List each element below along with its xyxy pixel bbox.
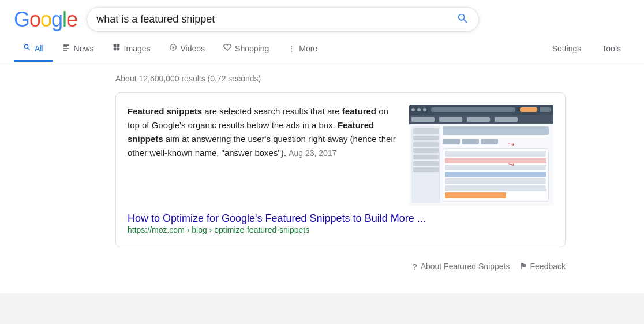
search-input[interactable]: what is a featured snippet xyxy=(96,13,445,25)
results-count: About 12,600,000 results (0.72 seconds) xyxy=(115,62,644,92)
about-featured-snippets[interactable]: ? About Featured Snippets xyxy=(412,262,510,271)
svg-rect-5 xyxy=(117,44,119,47)
featured-snippet-card: Featured snippets are selected search re… xyxy=(115,92,566,247)
feedback-label: Feedback xyxy=(530,262,566,271)
fake-nav xyxy=(409,115,553,124)
bold-featured: featured xyxy=(342,106,376,116)
fake-content: → → xyxy=(409,124,553,206)
feedback-button[interactable]: ⚑ Feedback xyxy=(519,261,566,271)
logo-o1: o xyxy=(29,8,40,32)
shopping-icon xyxy=(223,43,231,53)
tab-news[interactable]: News xyxy=(53,36,103,62)
svg-marker-9 xyxy=(172,46,174,49)
fake-screenshot: → → xyxy=(409,105,553,206)
header: Google what is a featured snippet xyxy=(0,0,644,62)
svg-rect-6 xyxy=(113,48,116,51)
tab-settings-label: Settings xyxy=(552,44,582,53)
snippet-footer: ? About Featured Snippets ⚑ Feedback xyxy=(115,256,566,274)
tab-more-label: More xyxy=(299,44,317,53)
snippet-text-1: are selected search results that are xyxy=(202,106,342,116)
logo-g: G xyxy=(14,8,29,32)
nav-tabs: All News Images Videos Shopping xyxy=(14,36,630,62)
more-icon: ⋮ xyxy=(287,44,295,53)
snippet-url: https://moz.com › blog › optimize-featur… xyxy=(128,225,309,234)
images-icon xyxy=(113,43,121,53)
logo-o2: o xyxy=(40,8,51,32)
search-bar: what is a featured snippet xyxy=(87,7,479,32)
feedback-icon: ⚑ xyxy=(519,261,527,271)
tab-all[interactable]: All xyxy=(14,36,53,62)
tab-more[interactable]: ⋮ More xyxy=(278,37,327,62)
nav-settings: Settings Tools xyxy=(543,37,630,62)
tab-shopping-label: Shopping xyxy=(235,44,269,53)
tab-tools[interactable]: Tools xyxy=(593,37,630,62)
svg-rect-1 xyxy=(63,46,66,47)
logo-l: l xyxy=(62,8,66,32)
content-area: About 12,600,000 results (0.72 seconds) … xyxy=(0,62,644,293)
tab-tools-label: Tools xyxy=(602,44,621,53)
snippet-link-area: How to Optimize for Google's Featured Sn… xyxy=(128,213,553,235)
tab-videos[interactable]: Videos xyxy=(160,36,215,62)
snippet-text: Featured snippets are selected search re… xyxy=(128,105,398,160)
tab-news-label: News xyxy=(74,44,94,53)
about-label: About Featured Snippets xyxy=(421,262,510,271)
tab-images-label: Images xyxy=(124,44,151,53)
tab-videos-label: Videos xyxy=(181,44,205,53)
search-button[interactable] xyxy=(456,12,469,27)
all-icon xyxy=(23,43,31,53)
svg-rect-3 xyxy=(63,50,66,51)
snippet-image: → → xyxy=(409,105,553,206)
news-icon xyxy=(62,43,70,53)
question-icon: ? xyxy=(412,262,417,271)
svg-rect-0 xyxy=(63,44,69,46)
tab-shopping[interactable]: Shopping xyxy=(214,36,278,62)
search-bar-wrapper: what is a featured snippet xyxy=(87,7,479,32)
tab-images[interactable]: Images xyxy=(103,36,160,62)
fake-topbar xyxy=(409,105,553,115)
snippet-text-3: aim at answering the user's question rig… xyxy=(128,134,396,158)
svg-rect-2 xyxy=(63,48,69,49)
header-top: Google what is a featured snippet xyxy=(14,7,630,32)
videos-icon xyxy=(169,43,177,53)
search-icons xyxy=(450,12,469,27)
svg-rect-4 xyxy=(113,44,116,47)
tab-all-label: All xyxy=(35,44,44,53)
logo-e: e xyxy=(66,8,77,32)
bold-featured-snippets: Featured snippets xyxy=(128,106,202,116)
snippet-body: Featured snippets are selected search re… xyxy=(128,105,553,206)
logo-g2: g xyxy=(51,8,62,32)
tab-settings[interactable]: Settings xyxy=(543,37,591,62)
snippet-link[interactable]: How to Optimize for Google's Featured Sn… xyxy=(128,213,553,225)
fake-main xyxy=(443,126,549,203)
svg-rect-7 xyxy=(117,48,119,51)
google-logo: Google xyxy=(14,8,77,32)
fake-sidebar xyxy=(411,126,440,203)
snippet-date: Aug 23, 2017 xyxy=(289,148,336,158)
